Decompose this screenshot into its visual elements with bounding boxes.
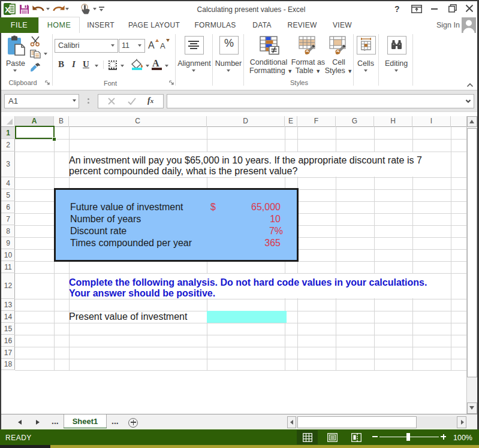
svg-text:X: X bbox=[5, 5, 10, 14]
